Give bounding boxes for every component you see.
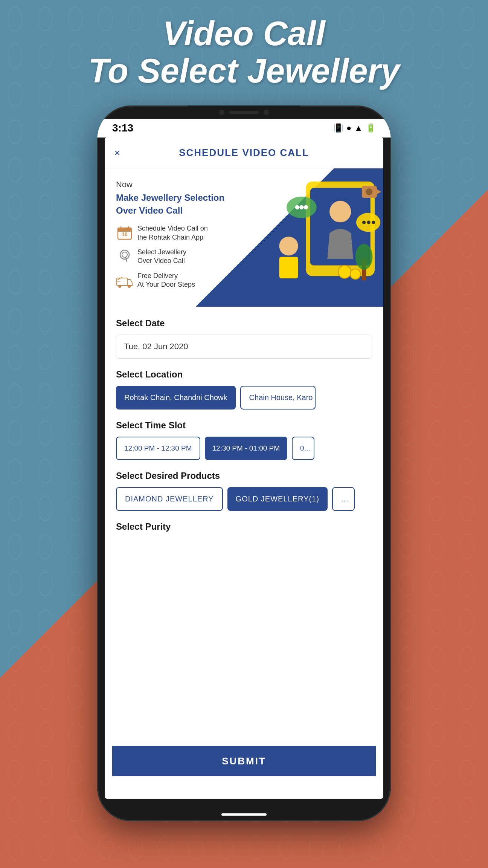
banner-title: Make Jewellery Selection Over Video Call (116, 191, 372, 217)
banner-now: Now (116, 180, 372, 189)
battery-icon: 🔋 (366, 123, 376, 133)
close-button[interactable]: × (114, 147, 120, 159)
submit-bar[interactable]: SUBMIT (112, 746, 376, 776)
header-line2: To Select Jewellery (0, 52, 488, 90)
location-btn-1[interactable]: Rohtak Chain, Chandni Chowk (116, 386, 236, 410)
feature-item-3: Free Delivery At Your Door Steps (116, 272, 372, 289)
header-line1: Video Call (0, 15, 488, 52)
phone-sensors (188, 105, 300, 119)
purity-label: Select Purity (116, 521, 372, 532)
location-row: Rohtak Chain, Chandni Chowk Chain House,… (116, 386, 372, 410)
phone-mockup: 3:13 📳 ● ▲ 🔋 × SCHEDULE VIDEO CALL Now M… (97, 105, 391, 821)
delivery-icon (116, 272, 133, 289)
product-row: DIAMOND JEWELLERY GOLD JEWELLERY(1) ... (116, 487, 372, 511)
svg-point-31 (372, 221, 375, 224)
banner-title-line1: Make Jewellery Selection (116, 193, 224, 203)
status-bar: 3:13 📳 ● ▲ 🔋 (97, 119, 391, 138)
feature-text-2: Select Jewellery Over Video Call (137, 248, 186, 266)
svg-point-9 (128, 285, 131, 288)
location-label: Select Location (116, 369, 372, 380)
form-section: Select Date Select Location Rohtak Chain… (105, 307, 383, 549)
front-camera (219, 110, 224, 115)
banner-title-line2: Over Video Call (116, 205, 183, 215)
sensor (264, 110, 269, 115)
touch-icon (116, 248, 133, 265)
calendar-icon: 10 (116, 225, 133, 241)
vibrate-icon: 📳 (333, 123, 343, 133)
feature-item-2: Select Jewellery Over Video Call (116, 248, 372, 266)
phone-screen: × SCHEDULE VIDEO CALL Now Make Jewellery… (105, 138, 383, 799)
page-header: Video Call To Select Jewellery (0, 15, 488, 90)
time-btn-1[interactable]: 12:00 PM - 12:30 PM (116, 437, 200, 460)
speaker (229, 111, 259, 114)
app-title: SCHEDULE VIDEO CALL (179, 147, 309, 159)
svg-text:10: 10 (122, 231, 128, 237)
status-icons: 📳 ● ▲ 🔋 (333, 123, 376, 133)
feature-text-1: Schedule Video Call on the Rohtak Chain … (137, 224, 208, 242)
products-label: Select Desired Products (116, 471, 372, 481)
signal-icon: ▲ (354, 123, 363, 133)
feature-text-3: Free Delivery At Your Door Steps (137, 272, 195, 289)
time-btn-2[interactable]: 12:30 PM - 01:00 PM (205, 437, 288, 460)
time-row: 12:00 PM - 12:30 PM 12:30 PM - 01:00 PM … (116, 437, 372, 460)
product-btn-3[interactable]: ... (332, 487, 355, 511)
product-btn-2[interactable]: GOLD JEWELLERY(1) (227, 487, 328, 511)
svg-point-8 (118, 285, 121, 288)
date-input[interactable] (116, 335, 372, 359)
svg-marker-27 (377, 189, 381, 194)
submit-button[interactable]: SUBMIT (222, 755, 266, 767)
product-btn-1[interactable]: DIAMOND JEWELLERY (116, 487, 223, 511)
time-btn-3[interactable]: 0... (292, 437, 314, 460)
time-label: Select Time Slot (116, 420, 372, 431)
location-btn-2[interactable]: Chain House, Karo (240, 386, 316, 410)
home-indicator (221, 813, 267, 816)
status-time: 3:13 (112, 122, 133, 134)
date-label: Select Date (116, 318, 372, 329)
svg-point-5 (120, 250, 129, 259)
promo-banner: Now Make Jewellery Selection Over Video … (105, 168, 383, 307)
svg-point-6 (122, 252, 127, 257)
banner-left: Now Make Jewellery Selection Over Video … (116, 180, 372, 295)
wifi-icon: ● (346, 123, 351, 133)
feature-item-1: 10 Schedule Video Call on the Rohtak Cha… (116, 224, 372, 242)
app-header: × SCHEDULE VIDEO CALL (105, 138, 383, 168)
